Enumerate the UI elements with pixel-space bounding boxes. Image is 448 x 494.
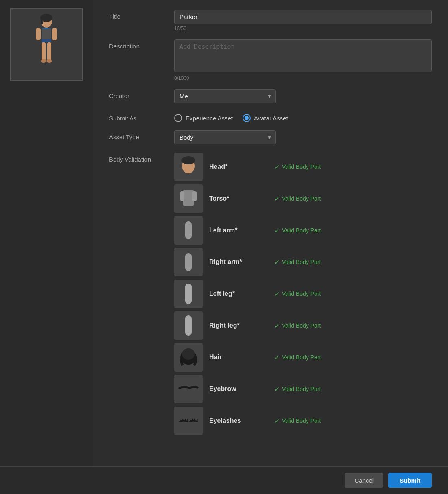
experience-asset-option[interactable]: Experience Asset bbox=[174, 114, 233, 122]
svg-rect-6 bbox=[42, 39, 51, 42]
torso-status: Valid Body Part bbox=[282, 195, 321, 202]
right-arm-part-name: Right arm* bbox=[209, 258, 274, 266]
hair-thumb bbox=[174, 343, 203, 372]
svg-rect-23 bbox=[185, 284, 192, 304]
asset-type-control: Body Head Torso Leg Arm ▼ bbox=[174, 130, 432, 144]
eyebrow-status: Valid Body Part bbox=[282, 386, 321, 392]
validation-item-torso: Torso* ✓ Valid Body Part bbox=[174, 184, 432, 213]
eyelashes-part-name: Eyelashes bbox=[209, 417, 274, 424]
eyelashes-check-icon: ✓ bbox=[274, 417, 280, 425]
right-arm-status: Valid Body Part bbox=[282, 259, 321, 265]
validation-item-eyebrow: Eyebrow ✓ Valid Body Part bbox=[174, 375, 432, 403]
svg-rect-17 bbox=[192, 191, 197, 201]
avatar-radio-inner bbox=[245, 116, 249, 120]
form-area: Title 16/50 Description 0/1000 Creator M… bbox=[93, 0, 448, 466]
description-control: 0/1000 bbox=[174, 39, 432, 81]
avatar-radio-circle bbox=[243, 114, 251, 122]
svg-point-13 bbox=[181, 156, 195, 164]
left-arm-status: Valid Body Part bbox=[282, 227, 321, 234]
title-control: 16/50 bbox=[174, 10, 432, 31]
head-thumb bbox=[174, 153, 203, 181]
left-leg-valid-badge: ✓ Valid Body Part bbox=[274, 290, 321, 298]
main-layout: Title 16/50 Description 0/1000 Creator M… bbox=[0, 0, 448, 466]
svg-rect-25 bbox=[185, 315, 192, 336]
submit-as-label: Submit As bbox=[109, 111, 174, 122]
submit-button[interactable]: Submit bbox=[388, 473, 432, 488]
left-leg-check-icon: ✓ bbox=[274, 290, 280, 298]
torso-valid-badge: ✓ Valid Body Part bbox=[274, 195, 321, 203]
svg-line-34 bbox=[187, 419, 188, 421]
title-char-count: 16/50 bbox=[174, 26, 432, 31]
validation-item-head: Head* ✓ Valid Body Part bbox=[174, 153, 432, 181]
hair-check-icon: ✓ bbox=[274, 354, 280, 361]
cancel-button[interactable]: Cancel bbox=[345, 473, 383, 488]
svg-rect-2 bbox=[41, 18, 43, 24]
svg-rect-4 bbox=[36, 28, 41, 40]
hair-status: Valid Body Part bbox=[282, 354, 321, 361]
svg-rect-7 bbox=[42, 42, 46, 61]
right-arm-valid-badge: ✓ Valid Body Part bbox=[274, 258, 321, 266]
footer: Cancel Submit bbox=[0, 466, 448, 494]
title-input[interactable] bbox=[174, 10, 432, 24]
left-leg-status: Valid Body Part bbox=[282, 291, 321, 297]
right-leg-part-name: Right leg* bbox=[209, 322, 274, 329]
right-leg-status: Valid Body Part bbox=[282, 322, 321, 329]
eyelashes-status: Valid Body Part bbox=[282, 417, 321, 424]
asset-type-select[interactable]: Body Head Torso Leg Arm bbox=[174, 130, 276, 144]
validation-item-eyelashes: Eyelashes ✓ Valid Body Part bbox=[174, 407, 432, 435]
svg-line-38 bbox=[197, 419, 197, 421]
avatar-asset-label: Avatar Asset bbox=[254, 115, 288, 122]
head-part-name: Head* bbox=[209, 163, 274, 170]
left-arm-part-name: Left arm* bbox=[209, 227, 274, 234]
description-label: Description bbox=[109, 39, 174, 50]
eyebrow-part-name: Eyebrow bbox=[209, 385, 274, 393]
body-validation-label: Body Validation bbox=[109, 153, 174, 163]
svg-point-28 bbox=[182, 348, 195, 360]
validation-item-right-leg: Right leg* ✓ Valid Body Part bbox=[174, 311, 432, 340]
description-input[interactable] bbox=[174, 39, 432, 72]
description-row: Description 0/1000 bbox=[109, 39, 432, 81]
creator-control: Me Group ▼ bbox=[174, 89, 432, 103]
left-arm-thumb bbox=[174, 216, 203, 245]
validation-item-hair: Hair ✓ Valid Body Part bbox=[174, 343, 432, 372]
svg-rect-21 bbox=[185, 253, 192, 271]
title-label: Title bbox=[109, 10, 174, 20]
creator-row: Creator Me Group ▼ bbox=[109, 89, 432, 103]
eyelashes-thumb bbox=[174, 407, 203, 435]
svg-rect-16 bbox=[180, 191, 184, 201]
avatar-asset-option[interactable]: Avatar Asset bbox=[243, 114, 288, 122]
torso-thumb bbox=[174, 184, 203, 213]
head-valid-badge: ✓ Valid Body Part bbox=[274, 163, 321, 171]
right-leg-valid-badge: ✓ Valid Body Part bbox=[274, 322, 321, 330]
right-arm-thumb bbox=[174, 248, 203, 276]
description-char-count: 0/1000 bbox=[174, 75, 432, 81]
right-arm-check-icon: ✓ bbox=[274, 258, 280, 266]
asset-type-row: Asset Type Body Head Torso Leg Arm ▼ bbox=[109, 130, 432, 144]
asset-type-label: Asset Type bbox=[109, 130, 174, 140]
experience-asset-label: Experience Asset bbox=[186, 115, 233, 122]
eyebrow-thumb bbox=[174, 375, 203, 403]
title-row: Title 16/50 bbox=[109, 10, 432, 31]
left-leg-part-name: Left leg* bbox=[209, 290, 274, 297]
svg-rect-8 bbox=[47, 42, 51, 61]
svg-rect-5 bbox=[52, 28, 57, 40]
creator-select[interactable]: Me Group bbox=[174, 89, 276, 103]
submit-as-radio-group: Experience Asset Avatar Asset bbox=[174, 111, 432, 122]
head-status: Valid Body Part bbox=[282, 164, 321, 170]
submit-as-control: Experience Asset Avatar Asset bbox=[174, 111, 432, 122]
validation-item-left-leg: Left leg* ✓ Valid Body Part bbox=[174, 280, 432, 308]
creator-label: Creator bbox=[109, 89, 174, 99]
hair-valid-badge: ✓ Valid Body Part bbox=[274, 354, 321, 361]
eyelashes-valid-badge: ✓ Valid Body Part bbox=[274, 417, 321, 425]
asset-type-select-wrapper: Body Head Torso Leg Arm ▼ bbox=[174, 130, 276, 144]
submit-as-row: Submit As Experience Asset Avatar Asset bbox=[109, 111, 432, 122]
torso-part-name: Torso* bbox=[209, 195, 274, 202]
right-leg-check-icon: ✓ bbox=[274, 322, 280, 330]
sidebar bbox=[0, 0, 93, 466]
head-check-icon: ✓ bbox=[274, 163, 280, 171]
body-validation-row: Body Validation Head* ✓ Valid Body P bbox=[109, 153, 432, 438]
eyebrow-valid-badge: ✓ Valid Body Part bbox=[274, 385, 321, 393]
svg-line-32 bbox=[183, 419, 183, 421]
torso-check-icon: ✓ bbox=[274, 195, 280, 203]
left-leg-thumb bbox=[174, 280, 203, 308]
